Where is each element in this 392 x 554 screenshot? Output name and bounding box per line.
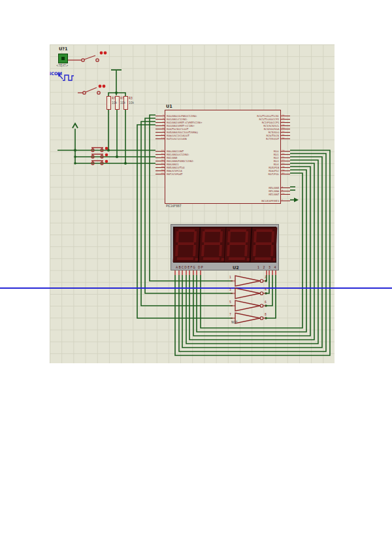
segment-c (193, 245, 196, 256)
segment-e (201, 245, 204, 256)
pin-number: 14 (161, 135, 165, 137)
pin-number: 9 (282, 190, 286, 192)
mcu-pin-rc7[interactable]: 26RC7/RX/DT (165, 137, 280, 140)
pin-number: 3 (161, 118, 165, 120)
pin-name: RD6/P1C (269, 170, 279, 172)
display-segment-legend: ABCDEFG DP (176, 266, 204, 269)
segment-e (227, 245, 230, 256)
mcu-pin-rd7[interactable]: 30RD7/P1D (165, 172, 280, 176)
seven-segment-display[interactable]: ABCDEFG DP 1 2 3 4 (171, 224, 279, 270)
segment-g (255, 242, 271, 245)
pin-name: RD5/P1B (269, 167, 279, 169)
resistor-r2-ref: R? (120, 97, 123, 100)
resistor-r3-ref: R3 (129, 97, 133, 100)
segment-g (203, 242, 220, 245)
segment-c (270, 245, 273, 256)
resistor-r2-value: 10k (120, 101, 125, 105)
pin-name: RC5/SDO (268, 131, 279, 133)
pin-name: RE0/AN5 (269, 187, 279, 189)
pin-number: 2 (161, 115, 165, 117)
segment-f (253, 231, 257, 242)
not1-output-pin-number: 2 (265, 276, 267, 279)
pin-number: 8 (282, 187, 286, 189)
segment-d (254, 257, 270, 260)
segment-f (227, 231, 231, 242)
proteus-canvas: U?1 <TEXT> iCOM R? 10k R? 10k R3 10k U1 … (0, 0, 392, 554)
segment-d (177, 257, 193, 260)
pin-number: 40 (161, 173, 165, 175)
not3-output-pin-number: 6 (265, 301, 267, 304)
pin-name: RC3/SCK/SCL (263, 125, 279, 127)
pin-name: RC2/P1A/CCP1 (261, 122, 279, 123)
clock-source-label: iCOM (50, 71, 62, 76)
segment-a (230, 229, 246, 232)
pin-number: 36 (161, 160, 165, 162)
segment-c (218, 245, 221, 256)
segment-d (203, 257, 219, 260)
pin-number: 34 (161, 154, 165, 155)
segment-f (176, 231, 179, 242)
display-digit-legend: 1 2 3 4 (257, 266, 277, 269)
segment-a (204, 229, 221, 232)
segment-c (244, 245, 248, 256)
pin-number: 21 (282, 157, 286, 159)
segment-g (178, 242, 194, 245)
segment-dp (272, 258, 275, 261)
segment-dp (221, 258, 223, 261)
pin-name: RC4/SDI/SDA (263, 128, 279, 130)
pin-number: 28 (282, 167, 286, 169)
segment-b (270, 231, 274, 242)
mcu-pin-re2[interactable]: 10RE2/AN7 (165, 193, 280, 196)
pin-number: 27 (282, 163, 286, 165)
pin-name: RD7/P1D (269, 173, 279, 175)
digit-cell-1 (173, 227, 199, 262)
not4-output-pin-number: 8 (265, 313, 267, 316)
pin-name: RD4 (274, 163, 279, 165)
pin-number: 24 (282, 131, 286, 133)
segment-b (219, 231, 222, 242)
resistor-r3-value: 10k (129, 101, 134, 105)
probe-inner-square (61, 57, 65, 60)
pin-name: RD3 (274, 160, 279, 162)
mcu-chip-body[interactable]: 2RA0/AN0/ULPWU/C12IN0-3RA1/AN1/C12IN1-4R… (165, 110, 281, 204)
digit-cell-3 (225, 227, 251, 262)
pin-name: RE1/AN6 (269, 190, 279, 192)
pin-name: RC7/RX/DT (266, 138, 279, 140)
pin-number: 20 (282, 154, 286, 155)
pin-number: 33 (161, 150, 165, 152)
pin-name: MCLR/VPP/RE3 (261, 200, 279, 202)
schematic-sheet[interactable] (50, 44, 335, 363)
digit-cell-2 (199, 227, 225, 262)
digit-cell-4 (250, 227, 276, 262)
pin-number: 6 (161, 128, 165, 130)
pin-name: RC6/TX/CK (266, 135, 279, 137)
segment-e (175, 245, 178, 256)
segment-g (229, 242, 246, 245)
segment-dp (195, 258, 197, 261)
pin-number: 35 (161, 157, 165, 159)
not3-input-pin-number: 5 (229, 301, 231, 304)
not2-output-pin-number: 4 (265, 288, 267, 291)
pin-name: RC1/T1OSI/CCP2 (259, 118, 280, 120)
probe-ref: U?1 (59, 46, 68, 52)
mcu-pin-mclr[interactable]: 1MCLR/VPP/RE3 (165, 199, 280, 203)
display-digit-area (173, 227, 276, 263)
pin-name: RD1 (274, 154, 279, 155)
segment-f (202, 231, 205, 242)
segment-d (229, 257, 245, 260)
pin-name: RE2/AN7 (269, 193, 279, 195)
pin-number: 19 (282, 150, 286, 152)
not4-input-pin-number: 7 (229, 313, 231, 316)
pin-number: 26 (282, 138, 286, 140)
pin-number: 22 (282, 160, 286, 162)
not1-input-pin-number: 1 (229, 276, 231, 279)
pin-number: 23 (282, 128, 286, 130)
pin-number: 10 (282, 193, 286, 195)
probe-sub-label: <TEXT> (56, 64, 68, 67)
pin-number: 25 (282, 135, 286, 137)
pin-number: 29 (282, 170, 286, 172)
resistor-r1[interactable] (106, 96, 111, 110)
segment-a (256, 229, 272, 232)
probe-component[interactable] (58, 54, 68, 63)
not2-input-pin-number: 3 (229, 288, 231, 291)
